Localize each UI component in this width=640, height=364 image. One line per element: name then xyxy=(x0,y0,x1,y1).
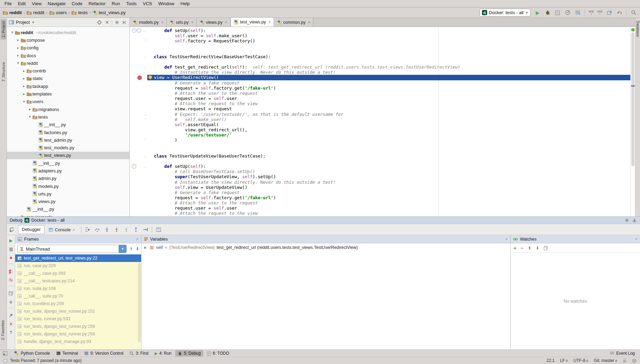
frame-row[interactable]: __call__, suite.py:70 xyxy=(15,292,141,300)
tree-item-migrations[interactable]: ►migrations xyxy=(7,105,129,113)
toolwindow-button-terminal[interactable]: Terminal xyxy=(54,350,80,356)
code-line-23[interactable] xyxy=(130,143,630,148)
toolwindow-button-6-todo[interactable]: 6: TODO xyxy=(205,350,232,356)
code-line-31[interactable]: self.view = UserUpdateView() xyxy=(130,185,630,190)
run-with-parameters-icon[interactable] xyxy=(574,10,581,16)
code-line-17[interactable]: ⌄ # Expect: '/users/testuser/', as that … xyxy=(130,112,630,117)
tree-expand-open-icon[interactable]: ▼ xyxy=(21,100,27,103)
menu-file[interactable]: File xyxy=(1,0,15,7)
settings-icon[interactable] xyxy=(114,20,120,25)
toolwindow-button-4-run[interactable]: ▶4: Run xyxy=(152,350,174,356)
code-line-22[interactable]: ⌃ ) xyxy=(130,138,630,143)
tree-item-taskapp[interactable]: ►taskapp xyxy=(7,82,129,90)
step-over-button[interactable] xyxy=(94,226,101,233)
code-line-30[interactable]: # Instantiate the view directly. Never d… xyxy=(130,180,630,185)
breadcrumb-item-reddit[interactable]: reddit xyxy=(27,10,45,15)
menu-vcs[interactable]: VCS xyxy=(140,0,155,7)
code-line-13[interactable]: # Attach the user to the request xyxy=(130,91,630,96)
tool-stripe-2-favorites[interactable]: 2: Favorites xyxy=(0,318,7,342)
code-line-11[interactable]: # Generate a fake request xyxy=(130,80,630,85)
fold-marker-icon[interactable]: ⌃ xyxy=(144,117,147,122)
code-line-29[interactable]: super(TestUserUpdateView, self).setUp() xyxy=(130,174,630,179)
breakpoint-icon[interactable] xyxy=(137,75,142,80)
frame-row[interactable]: run_tests, runner.py:533 xyxy=(15,315,141,323)
tree-item-compose[interactable]: ►compose xyxy=(7,36,129,44)
code-line-28[interactable]: # call BaseUserTestCase.setUp() xyxy=(130,169,630,174)
code-line-19[interactable]: self.assertEqual( xyxy=(130,122,630,127)
code-line-6[interactable]: ⌄class TestUserRedirectView(BaseUserTest… xyxy=(130,54,630,59)
breadcrumb-item-test-views-py[interactable]: test_views.py xyxy=(92,10,126,15)
frame-row[interactable]: handle, django_test_manage.py:93 xyxy=(15,338,141,345)
duplicate-watch-button[interactable] xyxy=(543,246,548,250)
locate-file-button[interactable] xyxy=(97,20,102,25)
menu-refactor[interactable]: Refactor xyxy=(86,0,109,7)
caret-position[interactable]: 22:1 xyxy=(547,358,554,363)
editor-tab-urls-py[interactable]: urls.py× xyxy=(167,18,197,27)
tree-item-init-py[interactable]: __init__.py xyxy=(7,205,129,213)
breadcrumb-item-tests[interactable]: tests xyxy=(71,10,87,15)
menu-tools[interactable]: Tools xyxy=(123,0,140,7)
fold-marker-icon[interactable]: ⌄ xyxy=(144,154,147,159)
code-line-3[interactable]: ⌃ self.factory = RequestFactory() xyxy=(130,38,630,43)
tree-item-reddit[interactable]: ▼reddit~/cookiecutter/reddit xyxy=(7,29,129,36)
profiler-button[interactable] xyxy=(564,10,571,16)
debug-button[interactable] xyxy=(544,10,551,16)
remove-watch-button[interactable]: − xyxy=(521,245,524,251)
code-line-12[interactable]: request = self.factory.get('/fake-url') xyxy=(130,85,630,91)
tree-item-test-admin-py[interactable]: test_admin.py xyxy=(7,136,129,144)
editor-tab-models-py[interactable]: models.py× xyxy=(130,18,167,27)
tree-expand-closed-icon[interactable]: ► xyxy=(27,108,32,111)
tree-expand-closed-icon[interactable]: ► xyxy=(16,38,21,42)
debug-tab-debugger[interactable]: Debugger xyxy=(18,225,45,234)
code-line-20[interactable]: view.get_redirect_url(), xyxy=(130,127,630,132)
frame-up-button[interactable]: ⬆ xyxy=(129,246,133,251)
event-log-button[interactable]: Event Log xyxy=(607,350,637,356)
toolwindow-button-9-version-control[interactable]: 9: Version Control xyxy=(82,350,126,356)
menu-run[interactable]: Run xyxy=(109,0,123,7)
tree-item-views-py[interactable]: views.py xyxy=(7,198,129,205)
tree-item-init-py[interactable]: __init__.py xyxy=(7,159,129,167)
code-line-25[interactable]: ⌄class TestUserUpdateView(BaseUserTestCa… xyxy=(130,153,630,159)
line-separator-widget[interactable]: LF xyxy=(560,358,568,363)
code-line-33[interactable]: request = self.factory.get('/fake-url') xyxy=(130,195,630,200)
close-tab-icon[interactable]: × xyxy=(160,20,164,25)
close-debug-button[interactable]: × xyxy=(8,321,14,327)
show-changes-button[interactable] xyxy=(606,10,612,16)
add-watch-button[interactable]: + xyxy=(513,245,516,251)
breadcrumb-item-users[interactable]: users xyxy=(49,10,67,15)
code-line-9[interactable]: # Instantiate the view directly. Never d… xyxy=(130,70,630,75)
code-line-8[interactable]: ⌄ def test_get_redirect_url(self): self:… xyxy=(130,64,630,70)
tree-expand-closed-icon[interactable]: ► xyxy=(16,46,21,50)
highlighting-level-icon[interactable] xyxy=(632,358,637,363)
debug-settings-gear-icon[interactable] xyxy=(8,299,14,305)
encoding-widget[interactable]: UTF-8 xyxy=(573,358,588,363)
tree-item-requirements[interactable]: ►requirements xyxy=(7,213,129,216)
close-tab-icon[interactable]: × xyxy=(268,20,271,24)
code-line-26[interactable] xyxy=(130,159,630,164)
editor-tab-test-views-py[interactable]: test_views.py× xyxy=(230,17,274,27)
tree-expand-closed-icon[interactable]: ► xyxy=(21,77,27,80)
menu-help[interactable]: Help xyxy=(177,0,193,7)
fold-marker-icon[interactable]: ⌄ xyxy=(144,65,147,70)
pause-button[interactable] xyxy=(8,246,14,252)
code-line-2[interactable]: self.user = self.make_user() xyxy=(130,33,630,38)
mute-breakpoints-button[interactable] xyxy=(8,277,14,283)
tree-item-admin-py[interactable]: admin.py xyxy=(7,175,129,182)
tree-item-adapters-py[interactable]: adapters.py xyxy=(7,167,129,174)
force-step-into-button[interactable] xyxy=(113,226,120,233)
toolwindow-button-3-find[interactable]: 3: Find xyxy=(127,350,151,356)
close-tab-icon[interactable]: × xyxy=(190,20,194,25)
restore-layout-button[interactable] xyxy=(8,291,14,296)
project-view-select[interactable]: Project ▼ xyxy=(9,20,35,25)
menu-navigate[interactable]: Navigate xyxy=(45,0,68,7)
frame-row[interactable]: __call__, case.py:393 xyxy=(15,270,141,277)
frame-row[interactable]: test_get_redirect_url, test_views.py:22 xyxy=(15,254,141,262)
code-line-24[interactable] xyxy=(130,148,630,153)
frame-row[interactable]: run_tests, django_test_runner.py:256 xyxy=(15,330,141,338)
toolwindow-button-5-debug[interactable]: 5: Debug xyxy=(175,350,203,356)
tree-item-test-views-py[interactable]: test_views.py xyxy=(7,152,129,159)
tree-expand-closed-icon[interactable]: ► xyxy=(16,54,21,57)
fold-marker-icon[interactable]: ⌄ xyxy=(144,54,147,60)
smart-step-into-button[interactable] xyxy=(123,226,130,233)
frame-row[interactable]: run, case.py:329 xyxy=(15,262,141,270)
